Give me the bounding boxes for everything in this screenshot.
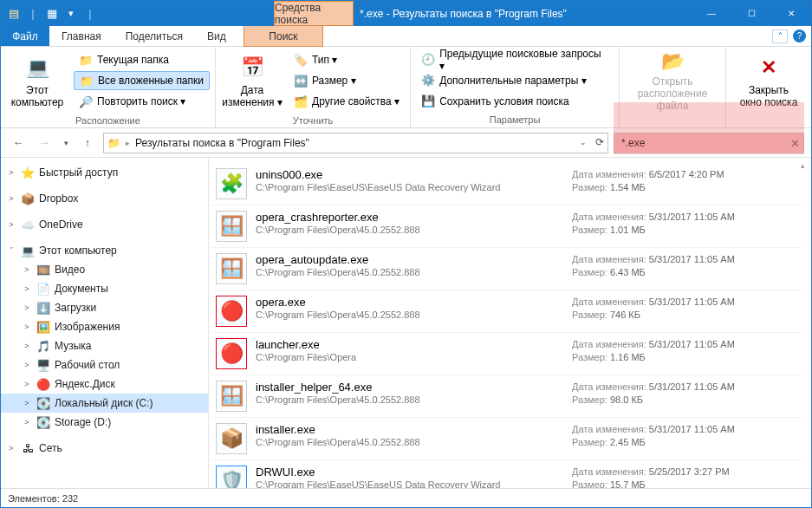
address-dropdown-icon[interactable]: ⌄	[580, 138, 587, 147]
file-main: DRWUI.exeC:\Program Files\EaseUS\EaseUS …	[256, 466, 563, 488]
file-icon: 🪟	[216, 253, 247, 284]
ribbon-tabs: Файл Главная Поделиться Вид Поиск ˄ ?	[1, 26, 811, 47]
refresh-button[interactable]: ⟳	[595, 136, 604, 148]
content-pane[interactable]: ▴ 🧩unins000.exeC:\Program Files\EaseUS\E…	[209, 158, 811, 488]
tree-icon: 🖥️	[36, 358, 50, 372]
forward-button[interactable]: →	[34, 133, 55, 153]
expand-icon[interactable]: >	[22, 399, 32, 407]
collapse-ribbon-icon[interactable]: ˄	[772, 29, 788, 43]
ribbon-item-icon: 📁	[79, 53, 93, 67]
file-icon: 🧩	[216, 168, 247, 199]
expand-icon[interactable]: >	[22, 284, 32, 293]
expand-icon[interactable]: >	[22, 265, 32, 274]
scroll-up-icon[interactable]: ▴	[796, 161, 809, 173]
file-name: opera.exe	[256, 296, 563, 309]
recent-locations-button[interactable]: ▾	[60, 133, 72, 153]
tab-main[interactable]: Главная	[49, 26, 114, 46]
tree-item[interactable]: >🖥️Рабочий стол	[1, 355, 208, 374]
tree-item[interactable]: >⭐Быстрый доступ	[1, 163, 208, 182]
expand-icon[interactable]: >	[22, 303, 32, 312]
ribbon-item-icon: 🔎	[79, 94, 93, 108]
file-row[interactable]: 🪟opera_crashreporter.exeC:\Program Files…	[211, 205, 802, 248]
tree-item[interactable]: >🖧Сеть	[1, 439, 208, 458]
file-row[interactable]: 🪟opera_autoupdate.exeC:\Program Files\Op…	[211, 248, 802, 290]
help-icon[interactable]: ?	[793, 29, 806, 42]
tree-item[interactable]: >📦Dropbox	[1, 189, 208, 208]
new-folder-icon[interactable]: ▦	[44, 6, 60, 22]
expand-icon[interactable]: >	[6, 168, 16, 177]
tab-file[interactable]: Файл	[1, 26, 49, 46]
folder-icon[interactable]: ▤	[6, 6, 22, 22]
expand-icon[interactable]: >	[6, 444, 16, 453]
location-item-0[interactable]: 📁Текущая папка	[74, 50, 210, 69]
refine-item-0[interactable]: 🏷️Тип ▾	[289, 50, 405, 69]
expand-icon[interactable]: ˅	[6, 246, 16, 255]
up-button[interactable]: ↑	[77, 133, 98, 153]
tree-label: Видео	[55, 264, 85, 276]
file-row[interactable]: 🪟installer_helper_64.exeC:\Program Files…	[211, 375, 802, 418]
this-pc-button[interactable]: 💻 Этот компьютер	[6, 49, 68, 112]
expand-icon[interactable]: >	[22, 380, 32, 388]
file-row[interactable]: 🔴launcher.exeC:\Program Files\OperaДата …	[211, 333, 802, 375]
tree-item[interactable]: >⬇️Загрузки	[1, 298, 208, 317]
window-title: *.exe - Результаты поиска в "Program Fil…	[360, 8, 567, 20]
tree-item[interactable]: >🖼️Изображения	[1, 317, 208, 336]
minimize-button[interactable]: —	[692, 1, 731, 26]
tab-view[interactable]: Вид	[195, 26, 238, 46]
address-bar[interactable]: 📁 ▸ Результаты поиска в "Program Files" …	[103, 133, 608, 153]
expand-icon[interactable]: >	[6, 220, 16, 229]
ribbon-group-options: 🕘Предыдущие поисковые запросы ▾⚙️Дополни…	[411, 47, 620, 127]
back-button[interactable]: ←	[8, 133, 29, 153]
tab-share[interactable]: Поделиться	[114, 26, 195, 46]
close-button[interactable]: ✕	[771, 1, 811, 26]
date-modified-button[interactable]: 📅 Дата изменения ▾	[221, 49, 283, 112]
tree-item[interactable]: >💽Storage (D:)	[1, 413, 208, 432]
tree-item[interactable]: ˅💻Этот компьютер	[1, 241, 208, 260]
ribbon-item-label: Все вложенные папки	[98, 75, 204, 87]
location-item-2[interactable]: 🔎Повторить поиск ▾	[74, 92, 210, 111]
close-search-button[interactable]: ✕ Закрыть окно поиска	[731, 49, 806, 112]
file-path: C:\Program Files\Opera\45.0.2552.888	[256, 394, 563, 405]
file-row[interactable]: 🧩unins000.exeC:\Program Files\EaseUS\Eas…	[211, 163, 802, 205]
expand-icon[interactable]: >	[22, 342, 32, 350]
ribbon-right-controls: ˄ ?	[772, 26, 811, 46]
tree-item[interactable]: >🎵Музыка	[1, 336, 208, 355]
tree-item[interactable]: >📄Документы	[1, 279, 208, 298]
search-input[interactable]	[620, 136, 798, 150]
expand-icon[interactable]: >	[22, 361, 32, 369]
file-name: installer.exe	[256, 423, 563, 436]
file-main: opera_autoupdate.exeC:\Program Files\Ope…	[256, 253, 563, 277]
qat-more-icon[interactable]: ▾	[63, 6, 79, 22]
item-count-label: Элементов:	[8, 493, 60, 504]
tree-label: Storage (D:)	[55, 416, 111, 428]
options-item-0[interactable]: 🕘Предыдущие поисковые запросы ▾	[416, 50, 614, 69]
ribbon-item-icon: 💾	[421, 94, 435, 108]
options-item-2[interactable]: 💾Сохранить условия поиска	[416, 92, 614, 111]
file-row[interactable]: 📦installer.exeC:\Program Files\Opera\45.…	[211, 418, 802, 460]
tree-item[interactable]: >🎞️Видео	[1, 260, 208, 279]
expand-icon[interactable]: >	[22, 418, 32, 427]
file-main: installer.exeC:\Program Files\Opera\45.0…	[256, 423, 563, 447]
tab-search[interactable]: Поиск	[244, 26, 323, 47]
navigation-pane[interactable]: >⭐Быстрый доступ>📦Dropbox>☁️OneDrive˅💻Эт…	[1, 158, 209, 488]
file-main: installer_helper_64.exeC:\Program Files\…	[256, 381, 563, 405]
file-path: C:\Program Files\Opera\45.0.2552.888	[256, 309, 563, 320]
address-segment[interactable]: Результаты поиска в "Program Files"	[135, 137, 309, 149]
search-box[interactable]: ✕	[614, 133, 804, 153]
tree-item[interactable]: >🔴Яндекс.Диск	[1, 374, 208, 394]
tree-item[interactable]: >💽Локальный диск (C:)	[1, 394, 208, 413]
tree-label: Локальный диск (C:)	[55, 397, 153, 409]
tree-label: Быстрый доступ	[39, 166, 118, 179]
clear-search-button[interactable]: ✕	[790, 137, 800, 150]
expand-icon[interactable]: >	[22, 322, 32, 331]
maximize-button[interactable]: ☐	[731, 1, 771, 26]
refine-item-2[interactable]: 🗂️Другие свойства ▾	[289, 92, 405, 111]
refine-item-1[interactable]: ↔️Размер ▾	[289, 71, 405, 90]
expand-icon[interactable]: >	[6, 194, 16, 203]
tree-item[interactable]: >☁️OneDrive	[1, 215, 208, 234]
file-row[interactable]: 🛡️DRWUI.exeC:\Program Files\EaseUS\EaseU…	[211, 460, 802, 488]
file-row[interactable]: 🔴opera.exeC:\Program Files\Opera\45.0.25…	[211, 290, 802, 333]
location-item-1[interactable]: 📁Все вложенные папки	[74, 71, 210, 90]
tree-icon: 🎵	[36, 339, 50, 353]
options-item-1[interactable]: ⚙️Дополнительные параметры ▾	[416, 71, 614, 90]
